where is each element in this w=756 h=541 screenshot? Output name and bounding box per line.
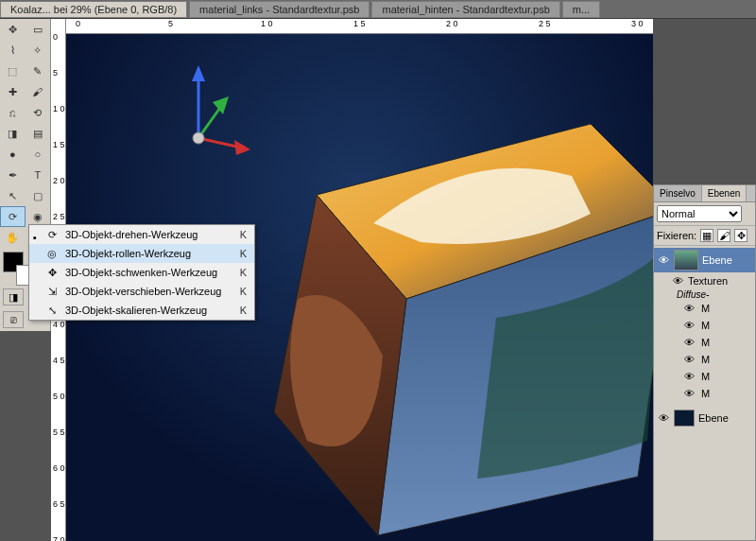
3d-rotate-tool[interactable]: ⟳ [0, 206, 26, 227]
3d-cube[interactable] [232, 110, 653, 541]
flyout-item-roll[interactable]: ◎ 3D-Objekt-rollen-Werkzeug K [29, 244, 254, 263]
layers-panel: Pinselvo Ebenen Normal Fixieren: ▦ 🖌 ✥ 👁… [653, 184, 756, 541]
marquee-tool[interactable]: ▭ [26, 19, 51, 40]
screenmode-toggle[interactable]: ⎚ [3, 311, 24, 328]
layer-row-bg[interactable]: 👁 Ebene [654, 408, 755, 428]
texture-item[interactable]: 👁M [654, 385, 755, 402]
slide-3d-icon: ⇲ [44, 284, 60, 299]
visibility-icon[interactable]: 👁 [657, 253, 670, 267]
quickmask-toggle[interactable]: ◨ [3, 288, 24, 305]
document-tabs: Koalaz... bei 29% (Ebene 0, RGB/8) mater… [0, 0, 756, 19]
dodge-tool[interactable]: ○ [26, 144, 51, 165]
heal-tool[interactable]: ✚ [0, 81, 26, 102]
lock-position[interactable]: ✥ [734, 229, 747, 242]
svg-marker-5 [213, 96, 229, 114]
wand-tool[interactable]: ✧ [26, 40, 51, 61]
flyout-item-scale[interactable]: ⤡ 3D-Objekt-skalieren-Werkzeug K [29, 301, 254, 320]
panel-tab-layers[interactable]: Ebenen [702, 185, 747, 201]
brush-tool[interactable]: 🖌 [26, 81, 51, 102]
lock-transparency[interactable]: ▦ [700, 229, 713, 242]
rotate-3d-icon: ⟳ [44, 227, 60, 242]
lock-pixels[interactable]: 🖌 [717, 229, 730, 242]
crop-tool[interactable]: ⬚ [0, 61, 26, 81]
tool-flyout-menu: ▪ ⟳ 3D-Objekt-drehen-Werkzeug K ◎ 3D-Obj… [28, 224, 255, 321]
visibility-icon[interactable]: 👁 [671, 274, 684, 288]
lock-row: Fixieren: ▦ 🖌 ✥ [654, 226, 755, 246]
active-marker: ▪ [33, 232, 39, 237]
gradient-tool[interactable]: ▤ [26, 123, 51, 144]
shape-tool[interactable]: ▢ [26, 185, 51, 206]
svg-point-6 [193, 132, 204, 144]
visibility-icon[interactable]: 👁 [657, 411, 670, 425]
roll-3d-icon: ◎ [44, 246, 60, 261]
layer-list: 👁 Ebene 👁 Texturen Diffuse- 👁M 👁M 👁M 👁M … [654, 246, 755, 430]
flyout-item-pan[interactable]: ✥ 3D-Objekt-schwenken-Werkzeug K [29, 263, 254, 282]
blur-tool[interactable]: ● [0, 144, 26, 165]
blend-mode-select[interactable]: Normal [657, 205, 742, 222]
stamp-tool[interactable]: ⎌ [0, 102, 26, 123]
diffuse-label: Diffuse- [654, 289, 755, 300]
svg-marker-1 [192, 65, 205, 81]
layer-thumbnail[interactable] [674, 250, 698, 270]
tab-3[interactable]: m... [562, 1, 600, 18]
layer-textures-group[interactable]: 👁 Texturen [654, 272, 755, 289]
type-tool[interactable]: T [26, 165, 51, 185]
tab-1[interactable]: material_links - Standardtextur.psb [189, 1, 369, 18]
layer-thumbnail[interactable] [674, 410, 695, 427]
texture-item[interactable]: 👁M [654, 334, 755, 351]
lasso-tool[interactable]: ⌇ [0, 40, 26, 61]
history-brush-tool[interactable]: ⟲ [26, 102, 51, 123]
eraser-tool[interactable]: ◨ [0, 123, 26, 144]
tab-active[interactable]: Koalaz... bei 29% (Ebene 0, RGB/8) [0, 1, 187, 18]
move-tool[interactable]: ✥ [0, 19, 26, 40]
flyout-item-slide[interactable]: ⇲ 3D-Objekt-verschieben-Werkzeug K [29, 282, 254, 301]
texture-item[interactable]: 👁M [654, 368, 755, 385]
texture-item[interactable]: 👁M [654, 317, 755, 334]
texture-item[interactable]: 👁M [654, 300, 755, 317]
pan-3d-icon: ✥ [44, 265, 60, 280]
scale-3d-icon: ⤡ [44, 303, 60, 318]
layer-name: Ebene [702, 254, 732, 266]
tab-2[interactable]: material_hinten - Standardtextur.psb [371, 1, 559, 18]
panel-tab-brushes[interactable]: Pinselvo [654, 185, 702, 201]
ruler-horizontal: 0 5 1 0 1 5 2 0 2 5 3 0 [66, 19, 653, 34]
hand-tool[interactable]: ✋ [0, 227, 26, 248]
layer-name: Ebene [698, 412, 729, 424]
path-tool[interactable]: ↖ [0, 185, 26, 206]
flyout-item-rotate[interactable]: ▪ ⟳ 3D-Objekt-drehen-Werkzeug K [29, 225, 254, 244]
texture-item[interactable]: 👁M [654, 351, 755, 368]
eyedropper-tool[interactable]: ✎ [26, 61, 51, 81]
pen-tool[interactable]: ✒ [0, 165, 26, 185]
layer-row-0[interactable]: 👁 Ebene [654, 248, 755, 272]
